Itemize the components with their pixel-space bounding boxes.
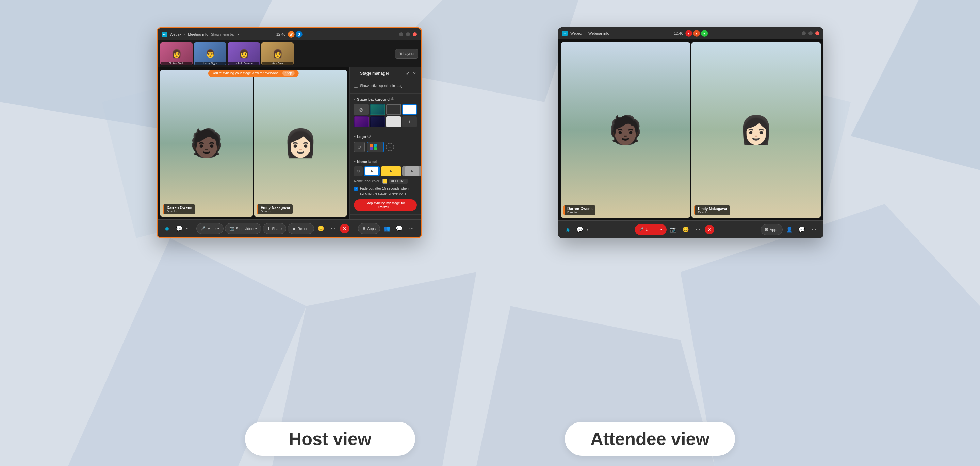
panel-expand-btn[interactable]: ⤢ [405,70,410,76]
svg-rect-14 [374,143,377,146]
attendee-toolbar: ◉ 💬 ▾ 🎤 Unmute ▾ 📷 😊 ··· ✕ ⊞ [558,220,824,238]
bg-swatch-white[interactable] [402,104,417,115]
participants-btn[interactable]: 👥 [382,223,392,234]
chat-icon-btn[interactable]: 💬 [174,223,185,234]
bg-swatch-none[interactable]: ⊘ [354,104,369,115]
logo-preview-icon [370,143,381,150]
fade-label-text: Fade out after 15 seconds when syncing t… [360,186,417,196]
attendee-time: 12:40 ● ● ● [674,30,708,37]
stage-bg-title-text: Stage background [357,97,390,101]
bg-swatch-dark-blue[interactable] [370,116,385,127]
share-button[interactable]: ⬆ Share [263,223,286,234]
webex-icon-btn[interactable]: ◉ [162,223,172,234]
unmute-button[interactable]: 🎤 Unmute ▾ [635,224,667,235]
stage-bg-title-row[interactable]: ▾ Stage background ⓘ [354,97,417,101]
bg-swatch-teal[interactable] [370,104,385,115]
att-maximize-btn[interactable] [808,31,813,35]
layout-button[interactable]: ⊞ Layout [395,49,418,59]
name-label-title-text: Name label [357,159,377,164]
name-label-style1[interactable]: Aa [364,166,380,176]
record-icon: ⏺ [292,227,296,231]
att-minimize-btn[interactable] [802,31,806,35]
active-speaker-label: Show active speaker in stage [360,84,404,88]
participant-clarissa[interactable]: 👩 Clarissa Smith [160,42,192,65]
attendee-emoji-btn[interactable]: 😊 [680,224,691,235]
video-chevron[interactable]: ▾ [255,227,257,230]
logo-none-option[interactable]: ⊘ [354,142,365,153]
apps-button[interactable]: ⊞ Apps [358,223,380,234]
host-window: W Webex · Meeting info Show menu bar ▾ 1… [156,27,422,238]
more-btn[interactable]: ··· [328,223,339,234]
main-stage: You're syncing your stage view for every… [158,67,421,219]
name-label-chevron: ▾ [354,160,356,163]
stop-sync-button[interactable]: Stop syncing my stage for everyone [354,199,417,211]
attendee-title-left: W Webex · Webinar info [562,30,609,36]
attendee-profile-btn[interactable]: 👤 [784,224,795,235]
sync-banner-stop-btn[interactable]: Stop [282,71,295,76]
isabelle-name: Isabelle Brennan [228,62,259,65]
attendee-chat-side-btn[interactable]: 💬 [796,224,807,235]
name-label-style3[interactable]: Aa [402,166,421,176]
host-toolbar: ◉ 💬 ▾ 🎤 Mute ▾ 📷 Stop video ▾ [158,219,421,237]
attendee-camera-btn[interactable]: 📷 [668,224,679,235]
color-hex-value[interactable]: #FFD02F [389,178,408,184]
labels-row: Host view Attendee view [197,412,783,466]
share-label: Share [272,227,282,231]
meeting-info-link[interactable]: Meeting info [188,32,208,37]
attendee-apps-button[interactable]: ⊞ Apps [760,224,783,235]
panel-close-btn[interactable]: ✕ [412,70,417,76]
unmute-label: Unmute [646,227,659,232]
active-speaker-section: Show active speaker in stage [350,80,421,94]
unmute-chevron[interactable]: ▾ [660,228,662,231]
bg-swatch-purple[interactable] [354,116,369,127]
mute-chevron[interactable]: ▾ [218,227,219,230]
attendee-webex-btn[interactable]: ◉ [562,224,573,235]
active-speaker-checkbox[interactable] [354,84,358,88]
logo-title-row[interactable]: ▾ Logo ⓘ [354,134,417,139]
bg-swatch-dark[interactable] [386,104,401,115]
attendee-emily-label: Emily Nakagawa Director [694,205,730,215]
attendee-leave-btn[interactable]: ✕ [705,225,714,234]
mute-button[interactable]: 🎤 Mute ▾ [196,223,223,234]
status-circle-1: W [288,31,294,38]
stage-bg-chevron: ▾ [354,98,356,101]
host-title-left: W Webex · Meeting info Show menu bar ▾ [162,32,239,37]
fade-checkbox[interactable]: ✓ [354,187,358,191]
maximize-btn[interactable] [406,32,410,37]
bg-swatch-add[interactable]: + [402,116,417,127]
webinar-info-link[interactable]: Webinar info [588,31,609,35]
participant-henry[interactable]: 👨 Henry Riggs [194,42,226,65]
color-swatch[interactable] [382,179,387,184]
logo-add-btn[interactable]: + [386,143,394,151]
participant-kristin[interactable]: 👩 Kristin Stone [261,42,294,65]
participant-isabelle[interactable]: 👩 Isabelle Brennan [228,42,260,65]
bg-swatch-light[interactable] [386,116,401,127]
more-side-btn[interactable]: ··· [406,223,417,234]
stop-video-label: Stop video [236,227,253,231]
end-call-btn[interactable]: ✕ [340,224,350,233]
stop-video-button[interactable]: 📷 Stop video ▾ [225,223,261,234]
attendee-more-side-btn[interactable]: ··· [808,224,819,235]
logo-momentum-option[interactable] [367,142,384,153]
attendee-chat-btn[interactable]: 💬 [574,224,585,235]
emoji-btn[interactable]: 😊 [315,223,326,234]
logo-info-icon: ⓘ [368,134,371,139]
chat-side-btn[interactable]: 💬 [394,223,404,234]
close-btn-title[interactable] [413,32,417,37]
logo-section: ▾ Logo ⓘ ⊘ [350,131,421,156]
name-label-style2[interactable]: Aa [381,166,401,176]
name-label-title-row[interactable]: ▾ Name label [354,159,417,164]
stage-darren: 🧑🏿 Darren Owens Director [160,70,253,217]
chat-chevron[interactable]: ▾ [186,227,188,230]
name-label-none-opt[interactable]: ⊘ [354,166,363,176]
separator: · [184,32,185,37]
att-close-btn[interactable] [815,31,819,35]
record-button[interactable]: ⏺ Record [288,223,314,234]
show-menu-link[interactable]: Show menu bar [211,33,235,37]
attendee-chat-chevron[interactable]: ▾ [587,227,588,231]
logo-title-text: Logo [357,135,366,139]
attendee-stage-area: momentum design 🧑🏿 Darren Owens Director [558,40,824,220]
attendee-more-btn[interactable]: ··· [692,224,703,235]
panel-collapse-icon[interactable]: ⋮ [354,71,358,76]
minimize-btn[interactable] [399,32,403,37]
